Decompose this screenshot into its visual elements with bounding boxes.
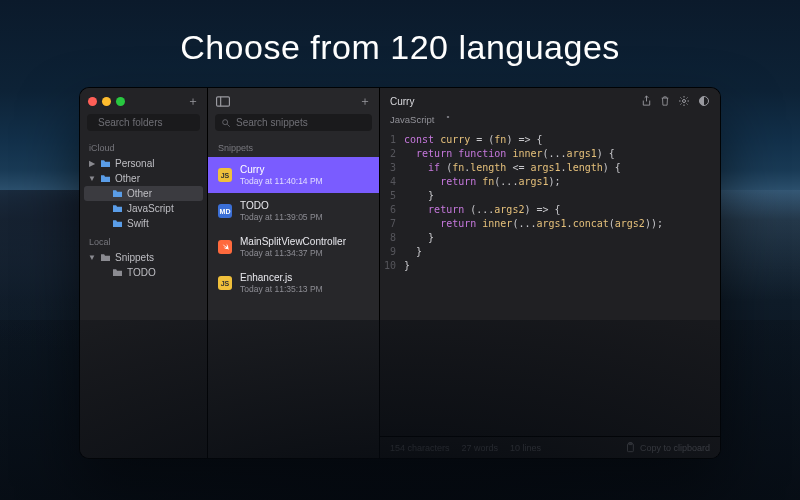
snippet-title: MainSplitViewController: [240, 236, 346, 247]
folder-label: JavaScript: [127, 203, 174, 214]
minimize-window-button[interactable]: [102, 97, 111, 106]
disclosure-triangle-icon: ▼: [88, 174, 96, 183]
folder-label: Personal: [115, 158, 154, 169]
theme-toggle-button[interactable]: [698, 95, 710, 107]
folder-swift[interactable]: Swift: [84, 216, 203, 231]
folder-icon: [100, 159, 111, 168]
folder-other[interactable]: ▼ Other: [84, 171, 203, 186]
folder-other-child[interactable]: Other: [84, 186, 203, 201]
folder-label: TODO: [127, 267, 156, 278]
window-controls: [88, 97, 125, 106]
folder-snippets[interactable]: ▼ Snippets: [84, 250, 203, 265]
share-button[interactable]: [641, 95, 652, 107]
swift-file-icon: [218, 240, 232, 254]
folder-search-input[interactable]: [98, 117, 225, 128]
close-window-button[interactable]: [88, 97, 97, 106]
folder-label: Other: [127, 188, 152, 199]
sidebar: ＋ iCloud ▶ Personal ▼ Other Othe: [80, 88, 208, 458]
snippet-item-todo[interactable]: MD TODOToday at 11:39:05 PM: [208, 193, 379, 229]
folder-search[interactable]: [87, 114, 200, 131]
snippet-list-panel: ＋ Snippets JS CurryToday at 11:40:14 PM …: [208, 88, 380, 458]
code-editor[interactable]: 1const curry = (fn) => {2 return functio…: [380, 131, 720, 436]
section-local-label: Local: [80, 231, 207, 250]
snippet-item-enhancer[interactable]: JS Enhancer.jsToday at 11:35:13 PM: [208, 265, 379, 301]
snippet-search[interactable]: [215, 114, 372, 131]
editor-panel: Curry JavaScript ˄˅ 1const curry = (fn) …: [380, 88, 720, 458]
folder-label: Other: [115, 173, 140, 184]
svg-rect-2: [217, 96, 230, 105]
status-bar: 154 characters 27 words 10 lines Copy to…: [380, 436, 720, 458]
copy-to-clipboard-button[interactable]: Copy to clipboard: [625, 442, 710, 453]
snippet-time: Today at 11:40:14 PM: [240, 176, 323, 186]
md-file-icon: MD: [218, 204, 232, 218]
snippet-item-mainsplit[interactable]: MainSplitViewControllerToday at 11:34:37…: [208, 229, 379, 265]
list-topbar: ＋: [208, 88, 379, 114]
folder-label: Snippets: [115, 252, 154, 263]
folder-todo[interactable]: TODO: [84, 265, 203, 280]
svg-point-4: [223, 119, 228, 124]
disclosure-triangle-icon: ▶: [88, 159, 96, 168]
status-chars: 154 characters: [390, 443, 450, 453]
svg-line-5: [227, 124, 230, 127]
settings-button[interactable]: [678, 95, 690, 107]
status-lines: 10 lines: [510, 443, 541, 453]
add-folder-button[interactable]: ＋: [187, 95, 199, 107]
add-snippet-button[interactable]: ＋: [359, 95, 371, 107]
snippet-list-header: Snippets: [208, 137, 379, 157]
js-file-icon: JS: [218, 276, 232, 290]
folder-icon: [112, 219, 123, 228]
status-words: 27 words: [462, 443, 499, 453]
search-icon: [221, 118, 231, 128]
snippet-time: Today at 11:34:37 PM: [240, 248, 346, 258]
svg-point-6: [683, 100, 686, 103]
editor-topbar: Curry: [380, 88, 720, 114]
toggle-sidebar-button[interactable]: [216, 96, 230, 107]
language-label: JavaScript: [390, 114, 434, 125]
zoom-window-button[interactable]: [116, 97, 125, 106]
folder-javascript[interactable]: JavaScript: [84, 201, 203, 216]
folder-icon: [100, 174, 111, 183]
folder-icon: [112, 189, 123, 198]
disclosure-triangle-icon: ▼: [88, 253, 96, 262]
snippet-title: TODO: [240, 200, 323, 211]
language-selector[interactable]: JavaScript ˄˅: [380, 114, 720, 131]
trash-button[interactable]: [660, 95, 670, 107]
js-file-icon: JS: [218, 168, 232, 182]
snippet-title: Enhancer.js: [240, 272, 323, 283]
snippet-search-input[interactable]: [236, 117, 366, 128]
page-headline: Choose from 120 languages: [0, 28, 800, 67]
folder-icon: [112, 204, 123, 213]
snippet-title: Curry: [240, 164, 323, 175]
section-icloud-label: iCloud: [80, 137, 207, 156]
snippet-time: Today at 11:39:05 PM: [240, 212, 323, 222]
editor-title: Curry: [390, 96, 414, 107]
folder-icon: [100, 253, 111, 262]
folder-personal[interactable]: ▶ Personal: [84, 156, 203, 171]
snippet-item-curry[interactable]: JS CurryToday at 11:40:14 PM: [208, 157, 379, 193]
folder-label: Swift: [127, 218, 149, 229]
folder-icon: [112, 268, 123, 277]
clipboard-icon: [625, 442, 635, 453]
sidebar-topbar: ＋: [80, 88, 207, 114]
snippet-time: Today at 11:35:13 PM: [240, 284, 323, 294]
app-window: ＋ iCloud ▶ Personal ▼ Other Othe: [80, 88, 720, 458]
copy-label: Copy to clipboard: [640, 443, 710, 453]
